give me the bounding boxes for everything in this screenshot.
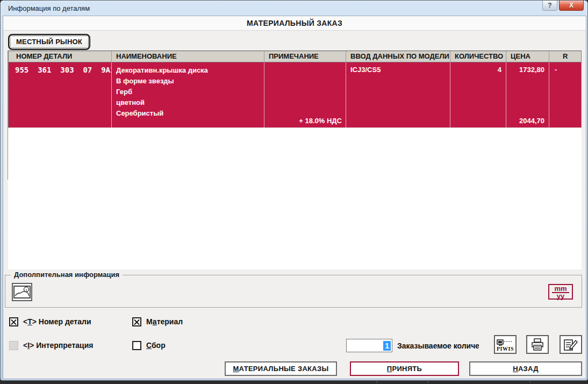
page-header: МАТЕРИАЛЬНЫЙ ЗАКАЗ bbox=[3, 16, 586, 31]
checkbox-assembly[interactable] bbox=[132, 341, 141, 350]
cell-price: 1732,80 2044,70 bbox=[506, 62, 549, 127]
column-header-part-number[interactable]: НОМЕР ДЕТАЛИ bbox=[9, 51, 112, 62]
column-header-price[interactable]: ЦЕНА bbox=[506, 51, 549, 62]
date-mm-yy-button[interactable]: mm yy bbox=[548, 284, 573, 300]
cell-r-flag: - bbox=[549, 62, 581, 127]
checkbox-label-part-number: <T> Номер детали bbox=[23, 317, 91, 326]
close-button[interactable]: X bbox=[559, 1, 584, 11]
piwis-monitor-icon bbox=[497, 339, 514, 346]
cell-model-data: ICJ3/CS5 bbox=[346, 62, 450, 127]
parts-table: НОМЕР ДЕТАЛИ НАИМЕНОВАНИЕ ПРИМЕЧАНИЕ ВВО… bbox=[8, 51, 582, 128]
vehicle-picture-info-button[interactable]: i bbox=[12, 283, 32, 301]
svg-text:i: i bbox=[26, 288, 27, 292]
checkbox-label-interpretation: <I> Интерпретация bbox=[23, 341, 94, 350]
column-header-name[interactable]: НАИМЕНОВАНИЕ bbox=[112, 51, 264, 62]
price-net: 1732,80 bbox=[519, 66, 544, 74]
part-name-line: Герб bbox=[116, 87, 264, 97]
checkbox-interpretation bbox=[9, 341, 18, 350]
titlebar[interactable]: Информация по деталям ? X bbox=[1, 1, 587, 16]
back-button[interactable]: НАЗАД bbox=[469, 361, 582, 376]
dialog-client-area: МАТЕРИАЛЬНЫЙ ЗАКАЗ МЕСТНЫЙ РЫНОК НОМЕР Д… bbox=[3, 16, 586, 379]
cell-note: + 18.0% НДС bbox=[264, 62, 346, 127]
window-title: Информация по деталям bbox=[8, 4, 90, 12]
checkbox-label-material: Материал bbox=[146, 317, 183, 326]
vat-note: + 18.0% НДС bbox=[299, 117, 342, 125]
column-header-model-data[interactable]: ВВОД ДАННЫХ ПО МОДЕЛИ bbox=[346, 51, 450, 62]
cell-quantity: 4 bbox=[450, 62, 506, 127]
edit-note-button[interactable] bbox=[560, 335, 582, 354]
part-name-line: В форме звезды bbox=[116, 76, 264, 87]
table-row-selected[interactable]: 955 361 303 07 9A1 Декоративн.крышка дис… bbox=[8, 62, 582, 128]
part-name-line: Серебристый bbox=[116, 108, 264, 119]
dialog-window: Информация по деталям ? X МАТЕРИАЛЬНЫЙ З… bbox=[0, 0, 588, 381]
additional-info-group: Дополпительная информация i mm yy bbox=[5, 275, 582, 308]
cell-part-name: Декоративн.крышка диска В форме звезды Г… bbox=[112, 62, 264, 127]
quantity-selected-value: 1 bbox=[383, 341, 391, 351]
table-header-row: НОМЕР ДЕТАЛИ НАИМЕНОВАНИЕ ПРИМЕЧАНИЕ ВВО… bbox=[8, 51, 582, 62]
part-name-line: цветной bbox=[116, 97, 264, 108]
accept-button[interactable]: ПРИНЯТЬ bbox=[350, 361, 459, 376]
local-market-button[interactable]: МЕСТНЫЙ РЫНОК bbox=[10, 35, 89, 48]
piwis-label: PIWIS bbox=[497, 346, 514, 351]
help-button[interactable]: ? bbox=[542, 1, 557, 11]
part-name-line: Декоративн.крышка диска bbox=[116, 65, 264, 76]
cell-part-number: 955 361 303 07 9A1 bbox=[9, 62, 112, 127]
printer-icon bbox=[530, 338, 544, 351]
edit-note-icon bbox=[563, 338, 578, 351]
column-header-quantity[interactable]: КОЛИЧЕСТВО bbox=[450, 51, 506, 62]
order-quantity-label: Заказываемое количес bbox=[397, 342, 479, 350]
column-header-note[interactable]: ПРИМЕЧАНИЕ bbox=[264, 51, 346, 62]
page-title: МАТЕРИАЛЬНЫЙ ЗАКАЗ bbox=[3, 16, 586, 31]
piwis-button[interactable]: PIWIS bbox=[494, 335, 517, 354]
print-button[interactable] bbox=[526, 335, 549, 354]
additional-info-label: Дополпительная информация bbox=[11, 271, 123, 279]
checkbox-label-assembly: Сбор bbox=[146, 341, 166, 350]
desktop-background-strip bbox=[0, 381, 588, 384]
checkbox-material[interactable] bbox=[132, 317, 141, 326]
checkbox-part-number[interactable] bbox=[9, 317, 18, 326]
column-header-r[interactable]: R bbox=[549, 51, 581, 62]
order-quantity-input[interactable]: 1 bbox=[346, 339, 392, 352]
price-gross: 2044,70 bbox=[519, 117, 544, 125]
material-orders-button[interactable]: МАТЕРИАЛЬНЫЕ ЗАКАЗЫ bbox=[225, 361, 337, 376]
yy-label: yy bbox=[549, 293, 572, 300]
car-info-icon: i bbox=[13, 285, 31, 299]
local-market-button-focus-ring: МЕСТНЫЙ РЫНОК bbox=[8, 34, 90, 50]
